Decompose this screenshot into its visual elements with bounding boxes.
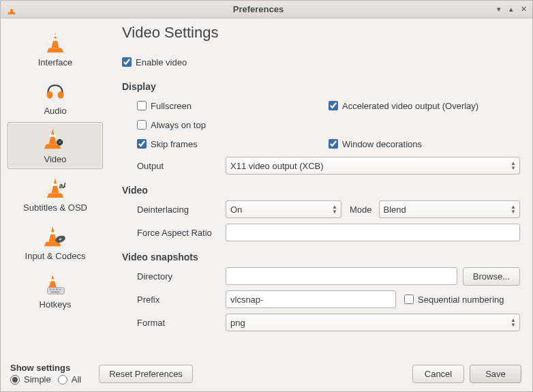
svg-rect-20 xyxy=(52,183,58,185)
svg-rect-24 xyxy=(50,232,56,234)
svg-rect-1 xyxy=(10,7,13,9)
accelerated-input[interactable] xyxy=(329,101,338,110)
deinterlacing-label: Deinterlacing xyxy=(137,205,226,215)
sidebar-item-hotkeys[interactable]: Hotkeys xyxy=(7,267,103,314)
skip-frames-label: Skip frames xyxy=(151,139,198,149)
show-settings-group: Show settings Simple All xyxy=(1,363,88,391)
force-ar-input[interactable] xyxy=(226,224,520,241)
fullscreen-label: Fullscreen xyxy=(151,101,192,111)
reset-preferences-button[interactable]: Reset Preferences xyxy=(99,365,193,383)
skip-frames-checkbox[interactable]: Skip frames xyxy=(137,134,329,153)
output-label: Output xyxy=(137,161,226,171)
svg-point-16 xyxy=(57,140,59,141)
svg-point-17 xyxy=(61,144,63,145)
video-section-title: Video xyxy=(122,185,520,196)
titlebar: Preferences ▾ ▴ ✕ xyxy=(1,1,532,18)
enable-video-input[interactable] xyxy=(122,57,132,67)
svg-rect-2 xyxy=(11,5,13,6)
format-select[interactable]: png xyxy=(226,314,520,331)
window-decorations-label: Window decorations xyxy=(342,139,422,149)
svg-rect-29 xyxy=(50,280,56,282)
sidebar: Interface Audio Video aA Subtitles & OSD xyxy=(1,18,110,358)
skip-frames-input[interactable] xyxy=(137,139,147,149)
sidebar-item-label: Input & Codecs xyxy=(25,251,86,261)
sidebar-item-label: Hotkeys xyxy=(40,299,72,310)
sidebar-item-label: Subtitles & OSD xyxy=(23,202,87,213)
mode-value: Blend xyxy=(384,205,406,215)
fullscreen-checkbox[interactable]: Fullscreen xyxy=(137,96,329,115)
svg-point-8 xyxy=(47,91,53,99)
maximize-icon[interactable]: ▴ xyxy=(508,6,515,13)
svg-point-18 xyxy=(57,144,59,145)
snapshots-section-title: Video snapshots xyxy=(122,252,520,262)
cancel-button[interactable]: Cancel xyxy=(412,365,464,383)
svg-point-14 xyxy=(59,141,61,143)
prefix-label: Prefix xyxy=(137,295,226,305)
mode-label: Mode xyxy=(350,205,372,215)
sidebar-item-subtitles[interactable]: aA Subtitles & OSD xyxy=(7,170,103,217)
simple-radio-input[interactable] xyxy=(10,375,20,385)
output-select[interactable]: X11 video output (XCB) xyxy=(226,157,520,175)
svg-rect-33 xyxy=(56,289,58,290)
directory-input[interactable] xyxy=(226,267,457,285)
browse-button[interactable]: Browse... xyxy=(463,267,520,286)
svg-text:aA: aA xyxy=(59,182,65,190)
svg-point-9 xyxy=(58,91,64,99)
close-icon[interactable]: ✕ xyxy=(520,6,527,13)
enable-video-label: Enable video xyxy=(136,57,187,67)
sidebar-item-input-codecs[interactable]: Input & Codecs xyxy=(7,219,103,266)
sequential-input[interactable] xyxy=(404,295,414,304)
display-section-title: Display xyxy=(122,81,520,92)
window-decorations-checkbox[interactable]: Window decorations xyxy=(329,134,520,153)
svg-rect-32 xyxy=(52,289,55,290)
format-label: Format xyxy=(137,318,226,328)
sequential-checkbox[interactable]: Sequential numbering xyxy=(404,295,504,305)
enable-video-checkbox[interactable]: Enable video xyxy=(122,57,187,67)
sidebar-item-label: Audio xyxy=(44,106,66,116)
force-ar-label: Force Aspect Ratio xyxy=(137,228,226,238)
accelerated-label: Accelerated video output (Overlay) xyxy=(342,101,478,111)
show-settings-all-radio[interactable]: All xyxy=(58,374,81,385)
svg-marker-3 xyxy=(7,12,16,14)
fullscreen-input[interactable] xyxy=(137,101,147,110)
content-panel: Video Settings Enable video Display Full… xyxy=(110,18,532,358)
window-controls: ▾ ▴ ✕ xyxy=(496,6,527,13)
prefix-input[interactable] xyxy=(226,290,396,308)
show-settings-simple-radio[interactable]: Simple xyxy=(10,374,51,385)
output-value: X11 video output (XCB) xyxy=(230,161,324,171)
sidebar-item-label: Video xyxy=(44,154,66,164)
window-title: Preferences xyxy=(21,4,496,14)
save-button[interactable]: Save xyxy=(470,365,521,383)
svg-rect-5 xyxy=(52,38,58,40)
svg-rect-6 xyxy=(53,35,57,37)
always-on-top-input[interactable] xyxy=(137,120,147,130)
cone-text-icon: aA xyxy=(45,175,65,201)
sequential-label: Sequential numbering xyxy=(418,295,504,305)
window-decorations-input[interactable] xyxy=(329,139,338,149)
svg-marker-7 xyxy=(47,48,63,53)
svg-rect-31 xyxy=(50,289,52,290)
simple-label: Simple xyxy=(24,374,51,385)
svg-rect-11 xyxy=(50,134,56,136)
headphones-icon xyxy=(44,78,66,104)
all-radio-input[interactable] xyxy=(58,375,67,385)
accelerated-checkbox[interactable]: Accelerated video output (Overlay) xyxy=(329,96,520,115)
cone-icon xyxy=(45,30,65,56)
cone-keyboard-icon xyxy=(44,272,67,298)
deinterlacing-select[interactable]: On xyxy=(226,200,341,218)
mode-select[interactable]: Blend xyxy=(379,200,520,218)
sidebar-item-interface[interactable]: Interface xyxy=(7,25,103,72)
sidebar-item-label: Interface xyxy=(38,57,73,67)
directory-label: Directory xyxy=(137,271,226,282)
always-on-top-label: Always on top xyxy=(151,120,206,130)
page-title: Video Settings xyxy=(122,24,520,42)
svg-rect-34 xyxy=(59,289,61,290)
vlc-app-icon xyxy=(6,4,17,15)
sidebar-item-audio[interactable]: Audio xyxy=(7,74,103,121)
show-settings-title: Show settings xyxy=(10,363,81,373)
minimize-icon[interactable]: ▾ xyxy=(496,6,502,13)
sidebar-item-video[interactable]: Video xyxy=(7,122,103,169)
deinterlacing-value: On xyxy=(230,205,242,215)
cone-disc-icon xyxy=(44,224,67,250)
always-on-top-checkbox[interactable]: Always on top xyxy=(137,115,329,134)
